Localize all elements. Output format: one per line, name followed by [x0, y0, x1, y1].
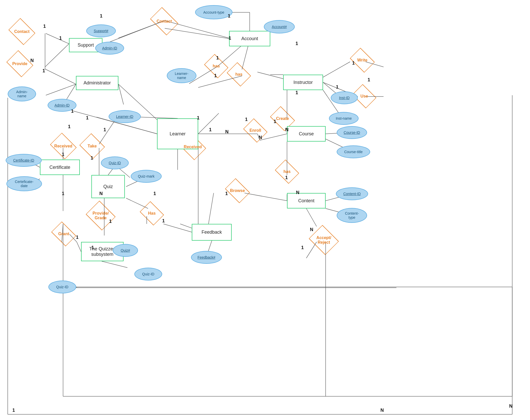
attr-cert-date: Certeficate-date [6, 176, 42, 191]
card-37: 1 [301, 245, 304, 250]
card-2: 1 [59, 36, 62, 41]
attr-learner-name: Learner-name [167, 68, 196, 83]
svg-line-21 [118, 84, 124, 104]
card-39: 1 [91, 245, 94, 250]
attr-quiz-mark: Quiz-mark [131, 170, 162, 183]
svg-line-12 [46, 33, 69, 44]
card-18: 1 [245, 117, 248, 122]
attr-account-num: Account# [264, 20, 295, 33]
card-36: N [310, 227, 313, 232]
card-21: 1 [86, 115, 89, 121]
rel-has2: has [226, 67, 252, 82]
rel-take: Take [79, 138, 105, 154]
svg-line-69 [77, 242, 81, 252]
svg-line-25 [198, 113, 219, 134]
card-40: 1 [12, 408, 15, 413]
card-32: 1 [162, 218, 165, 224]
attr-quiz-num: Quiz# [113, 244, 138, 257]
card-6: 1 [228, 13, 230, 19]
attr-admin-id1: Admin-ID [95, 42, 124, 55]
attr-cert-id: Certificate-ID [6, 154, 42, 167]
card-41: N [509, 404, 512, 409]
entity-course: Course [287, 126, 326, 142]
card-15: 1 [274, 119, 276, 124]
attr-quiz-id2: Quiz-ID [134, 268, 162, 281]
card-20: 1 [68, 124, 71, 129]
attr-account-type: Account-type [195, 5, 232, 19]
card-4: 1 [42, 68, 45, 74]
attr-quiz-id-bottom: Quiz-ID [48, 281, 76, 293]
entity-certificate: Certificate [40, 160, 80, 175]
card-17: N [259, 135, 262, 140]
card-24: 1 [197, 115, 199, 121]
card-33: 1 [225, 191, 228, 196]
attr-inst-name: Inst-name [329, 112, 359, 125]
card-28: 1 [62, 191, 64, 196]
card-42: N [380, 408, 384, 413]
attr-content-type: Content-type [337, 208, 367, 223]
connector-lines [0, 0, 530, 420]
rel-received2: Received [179, 138, 207, 155]
card-7: 1 [229, 36, 231, 41]
rel-create: Create [269, 111, 296, 126]
attr-quiz-id1: Quiz-ID [101, 156, 129, 169]
svg-line-13 [45, 44, 69, 67]
card-27: 1 [62, 152, 64, 157]
svg-line-68 [102, 261, 127, 268]
rel-contact1: Contact [8, 23, 36, 40]
card-19: 1 [71, 109, 74, 114]
svg-line-80 [306, 208, 317, 226]
rel-browse: Browse [224, 183, 251, 198]
attr-inst-id: Inst-ID [331, 91, 358, 104]
rel-grant: Grant [50, 226, 77, 241]
card-5: 1 [100, 13, 102, 19]
card-8: 1 [216, 55, 219, 61]
card-26: N [225, 129, 229, 135]
card-16: N [285, 127, 289, 133]
svg-line-66 [208, 193, 214, 224]
attr-content-id: Content-ID [336, 187, 368, 200]
attr-support-num: Support# [86, 24, 116, 37]
entity-account: Account [229, 31, 270, 46]
svg-line-63 [163, 224, 192, 232]
attr-learner-id: Learner-ID [109, 110, 141, 123]
rel-contact2: Contact [149, 13, 180, 30]
card-30: 1 [109, 219, 112, 224]
svg-line-15 [45, 69, 76, 84]
card-14: 1 [296, 90, 298, 95]
card-9: 1 [214, 73, 217, 78]
rel-enroll: Enroll [242, 123, 268, 138]
card-10: 1 [296, 41, 298, 46]
card-22: 1 [91, 155, 93, 161]
card-35: N [296, 190, 299, 195]
card-25: 1 [209, 127, 212, 133]
card-31: 1 [153, 191, 156, 196]
er-diagram: Account Support Administrator Learner In… [0, 0, 530, 420]
rel-has-quiz: Has [139, 206, 165, 221]
card-38: 1 [76, 235, 79, 240]
attr-feedback-num: Feedback# [191, 251, 222, 264]
entity-instructor: Instructor [283, 75, 323, 90]
card-34: 1 [285, 175, 288, 180]
card-1: 1 [43, 24, 46, 29]
attr-admin-name: Admin-name [8, 86, 36, 101]
rel-has1: has [203, 59, 229, 74]
svg-line-35 [323, 62, 350, 77]
rel-provide: Provide [6, 55, 34, 72]
entity-quiz: Quiz [91, 175, 125, 198]
entity-content: Content [287, 193, 326, 208]
entity-administrator: Administrator [76, 76, 118, 90]
card-3: N [30, 58, 34, 63]
svg-line-19 [46, 84, 76, 95]
attr-course-title: Course-title [337, 145, 370, 158]
card-11: 1 [352, 60, 355, 66]
card-29: N [99, 191, 103, 196]
rel-accept-reject: Accept/Reject [308, 230, 339, 250]
entity-feedback: Feedback [192, 224, 232, 241]
card-13: 1 [336, 84, 338, 90]
card-23: 1 [103, 127, 106, 133]
svg-line-3 [165, 28, 229, 39]
attr-course-id: Course-ID [337, 126, 367, 139]
card-12: 1 [368, 77, 370, 83]
